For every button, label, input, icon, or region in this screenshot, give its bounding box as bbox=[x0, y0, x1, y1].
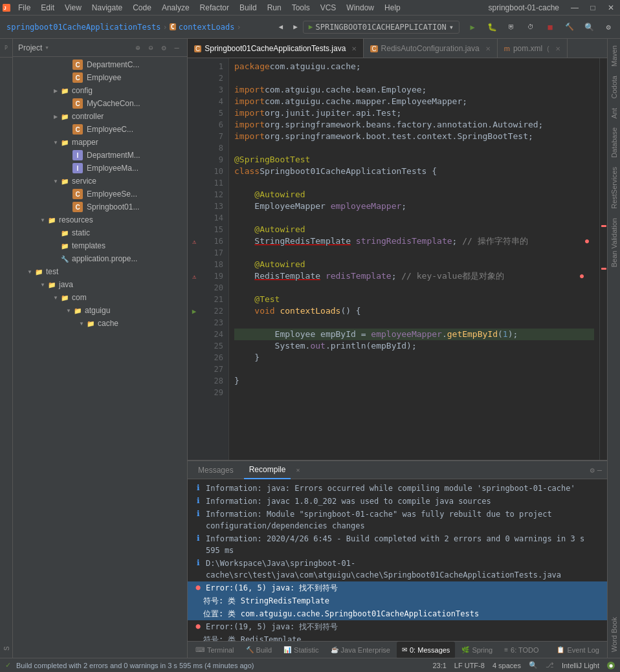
list-item[interactable]: C Springboot01... bbox=[13, 201, 187, 213]
menu-help[interactable]: Help bbox=[379, 0, 406, 16]
list-item[interactable]: I EmployeeMa... bbox=[13, 162, 187, 175]
maven-label[interactable]: Maven bbox=[608, 41, 620, 70]
project-dropdown-icon[interactable]: ▾ bbox=[45, 43, 49, 52]
breadcrumb-middle[interactable]: contextLoads bbox=[179, 23, 235, 32]
list-item[interactable]: C DepartmentC... bbox=[13, 58, 187, 71]
run-config-selector[interactable]: ▶ SPRINGBOOT01CACHEAPPLICATION ▾ bbox=[303, 21, 459, 34]
list-item[interactable]: ▶ 📁 controller bbox=[13, 110, 187, 123]
gutter-run[interactable]: ▶ bbox=[188, 305, 201, 317]
navigate-back-button[interactable]: ◀ bbox=[275, 18, 287, 36]
tab-redis-java[interactable]: C RedisAutoConfiguration.java ✕ bbox=[364, 39, 497, 58]
statistic-tab[interactable]: 📊 Statistic bbox=[278, 642, 324, 658]
list-item[interactable]: ▶ 📁 config bbox=[13, 84, 187, 97]
profile-button[interactable]: ⏱ bbox=[522, 18, 540, 36]
build-button[interactable]: 🔨 bbox=[560, 18, 579, 36]
list-item[interactable]: ▼ 📁 java bbox=[13, 278, 187, 291]
msg-collapse-icon[interactable]: — bbox=[597, 466, 602, 475]
minimize-button[interactable]: — bbox=[566, 0, 584, 16]
list-item[interactable]: ▼ 📁 resources bbox=[13, 213, 187, 226]
list-item[interactable]: C Employee bbox=[13, 71, 187, 84]
restservices-label[interactable]: RestServices bbox=[608, 163, 620, 213]
list-item[interactable]: 符号: 类 StringRedisTemplate bbox=[188, 594, 607, 607]
build-icon: 🔨 bbox=[246, 646, 254, 653]
tab-pom-xml[interactable]: m pom.xml ( ✕ bbox=[498, 39, 568, 58]
collapse-icon[interactable]: ⊖ bbox=[146, 43, 156, 53]
menu-vcs[interactable]: VCS bbox=[315, 0, 342, 16]
list-item[interactable]: ▼ 📁 mapper bbox=[13, 136, 187, 149]
tree-item-label: java bbox=[59, 280, 73, 289]
tab-close-icon[interactable]: ✕ bbox=[485, 45, 491, 52]
stop-button[interactable]: ■ bbox=[541, 18, 559, 36]
menu-build[interactable]: Build bbox=[234, 0, 262, 16]
search-icon[interactable]: 🔍 bbox=[529, 661, 538, 669]
breadcrumb-root[interactable]: springboot01CacheApplicationTests bbox=[6, 23, 161, 32]
event-log-icon: 📋 bbox=[557, 646, 564, 653]
close-button[interactable]: ✕ bbox=[602, 0, 620, 16]
msg-settings-icon[interactable]: ⚙ bbox=[590, 466, 595, 475]
menu-view[interactable]: View bbox=[60, 0, 87, 16]
todo-tab[interactable]: ≡ 6: TODO bbox=[499, 642, 544, 658]
list-item[interactable]: 🔧 application.prope... bbox=[13, 252, 187, 265]
code-content[interactable]: package com.atguigu.cache; import com.at… bbox=[229, 58, 599, 460]
left-strip-structure[interactable]: S bbox=[0, 642, 13, 655]
navigate-forward-button[interactable]: ▶ bbox=[289, 18, 302, 36]
event-log-tab[interactable]: 📋 Event Log bbox=[551, 642, 604, 658]
database-label[interactable]: Database bbox=[608, 124, 620, 162]
messages-tab-label[interactable]: Messages bbox=[193, 461, 239, 479]
search-button[interactable]: 🔍 bbox=[580, 18, 598, 36]
settings-gear-icon[interactable]: ⚙ bbox=[159, 43, 169, 53]
maximize-button[interactable]: □ bbox=[584, 0, 602, 16]
tab-close-icon[interactable]: ✕ bbox=[351, 45, 357, 52]
list-item[interactable]: 位置: 类 com.atguigu.cache.Springboot01Cach… bbox=[188, 607, 607, 620]
list-item[interactable]: ▼ 📁 com bbox=[13, 291, 187, 304]
tab-test-java[interactable]: C Springboot01CacheApplicationTests.java… bbox=[188, 39, 364, 58]
menu-file[interactable]: File bbox=[13, 0, 36, 16]
build-tab[interactable]: 🔨 Build bbox=[241, 642, 277, 658]
java-enterprise-tab[interactable]: ☕ Java Enterprise bbox=[326, 642, 395, 658]
recompile-tab-close[interactable]: ✕ bbox=[296, 466, 300, 473]
status-encoding[interactable]: LF UTF-8 bbox=[454, 662, 485, 669]
recompile-tab-label[interactable]: Recompile bbox=[244, 461, 291, 479]
messages-bottom-tab[interactable]: ✉ 0: Messages bbox=[397, 642, 455, 658]
terminal-tab[interactable]: ⌨ Terminal bbox=[190, 642, 239, 658]
menu-analyze[interactable]: Analyze bbox=[157, 0, 195, 16]
menu-edit[interactable]: Edit bbox=[36, 0, 60, 16]
git-icon[interactable]: ⎇ bbox=[546, 661, 554, 669]
bean-validation-label[interactable]: Bean Validation bbox=[608, 214, 620, 271]
status-position[interactable]: 23:1 bbox=[432, 662, 446, 669]
debug-button[interactable]: 🐛 bbox=[483, 18, 501, 36]
ant-label[interactable]: Ant bbox=[608, 104, 620, 123]
settings-button[interactable]: ⚙ bbox=[599, 18, 617, 36]
spring-tab[interactable]: 🌿 Spring bbox=[456, 642, 498, 658]
list-item[interactable]: ▼ 📁 cache bbox=[13, 317, 187, 330]
list-item[interactable]: C EmployeeC... bbox=[13, 123, 187, 136]
list-item[interactable]: ▼ 📁 service bbox=[13, 175, 187, 188]
run-gutter-icon[interactable]: ▶ bbox=[192, 307, 197, 316]
list-item[interactable]: 📁 templates bbox=[13, 239, 187, 252]
menu-window[interactable]: Window bbox=[341, 0, 379, 16]
hide-panel-icon[interactable]: — bbox=[172, 43, 182, 53]
code-editor[interactable]: ⚠ ⚠ ▶ 12345 678910 1112131415 16 bbox=[188, 58, 607, 460]
left-strip-project[interactable]: P bbox=[0, 41, 13, 54]
menu-navigate[interactable]: Navigate bbox=[87, 0, 127, 16]
list-item[interactable]: C MyCacheCon... bbox=[13, 97, 187, 110]
right-panel-labels: Maven Codota Ant Database RestServices B… bbox=[608, 39, 620, 274]
menu-run[interactable]: Run bbox=[262, 0, 287, 16]
list-item[interactable]: ▼ 📁 atguigu bbox=[13, 304, 187, 317]
list-item[interactable]: ▼ 📁 test bbox=[13, 265, 187, 278]
sync-icon[interactable]: ⊕ bbox=[133, 43, 143, 53]
menu-code[interactable]: Code bbox=[127, 0, 157, 16]
run-button[interactable]: ▶ bbox=[463, 18, 482, 36]
list-item[interactable]: C EmployeeSe... bbox=[13, 188, 187, 201]
codota-label[interactable]: Codota bbox=[608, 72, 620, 102]
tab-close-icon[interactable]: ✕ bbox=[555, 45, 560, 52]
coverage-button[interactable]: ⛨ bbox=[502, 18, 520, 36]
word-book-label[interactable]: Word Book bbox=[608, 613, 620, 656]
list-item[interactable]: 📁 static bbox=[13, 226, 187, 239]
list-item[interactable]: ● Error:(16, 5) java: 找不到符号 bbox=[188, 581, 607, 594]
list-item[interactable]: I DepartmentM... bbox=[13, 149, 187, 162]
status-indent[interactable]: 4 spaces bbox=[493, 662, 521, 669]
menu-tools[interactable]: Tools bbox=[287, 0, 315, 16]
menu-refactor[interactable]: Refactor bbox=[195, 0, 234, 16]
messages-content[interactable]: ℹ Information: java: Errors occurred whi… bbox=[188, 479, 607, 641]
